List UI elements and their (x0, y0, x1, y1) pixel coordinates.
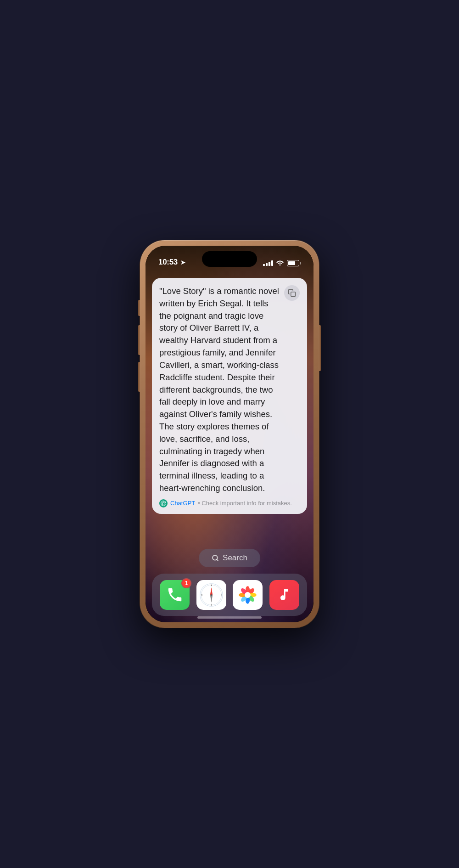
signal-bar-1 (263, 264, 265, 266)
time-display: 10:53 (158, 258, 178, 267)
phone-app-icon (166, 586, 184, 603)
status-time: 10:53 ➤ (158, 258, 185, 267)
mute-button[interactable] (138, 300, 140, 316)
signal-bar-4 (271, 260, 273, 266)
phone-badge: 1 (181, 578, 191, 588)
status-icons (263, 259, 301, 267)
home-screen: 10:53 ➤ (146, 246, 313, 622)
power-button[interactable] (319, 325, 321, 371)
svg-line-2 (217, 559, 218, 561)
svg-text:N: N (211, 585, 212, 586)
svg-text:W: W (201, 594, 202, 596)
dock: 1 (152, 574, 307, 616)
dock-app-music[interactable] (269, 580, 299, 610)
chatgpt-icon (159, 499, 168, 507)
battery-icon (287, 260, 301, 266)
signal-icon (263, 260, 273, 266)
copy-button[interactable] (284, 285, 300, 301)
svg-point-16 (210, 594, 212, 596)
location-icon: ➤ (180, 259, 185, 266)
svg-point-26 (245, 592, 251, 598)
dock-app-photos[interactable] (233, 580, 263, 610)
chatgpt-label: ChatGPT (170, 500, 195, 507)
search-icon (212, 554, 219, 562)
home-indicator (197, 616, 262, 619)
search-pill[interactable]: Search (199, 549, 260, 567)
notification-header: "Love Story" is a romantic novel written… (159, 285, 300, 495)
dynamic-island (202, 251, 257, 267)
wifi-icon (276, 259, 284, 267)
phone-device: 10:53 ➤ (140, 240, 319, 628)
notification-text: "Love Story" is a romantic novel written… (159, 285, 284, 495)
volume-up-button[interactable] (138, 325, 140, 355)
safari-app-icon: N S E W (199, 582, 224, 608)
notification-footer: ChatGPT • Check important info for mista… (159, 499, 300, 507)
signal-bar-3 (269, 262, 270, 266)
phone-screen: 10:53 ➤ (146, 246, 313, 622)
notification-check-text: • Check important info for mistakes. (198, 500, 292, 507)
svg-rect-0 (291, 292, 296, 297)
music-app-icon (277, 587, 291, 602)
phone-frame: 10:53 ➤ (140, 240, 319, 628)
search-label: Search (223, 553, 247, 563)
volume-down-button[interactable] (138, 362, 140, 392)
dock-app-phone[interactable]: 1 (160, 580, 190, 610)
signal-bar-2 (266, 263, 268, 266)
dock-app-safari[interactable]: N S E W (196, 580, 226, 610)
photos-app-icon (235, 582, 260, 608)
notification-card[interactable]: "Love Story" is a romantic novel written… (152, 278, 307, 514)
